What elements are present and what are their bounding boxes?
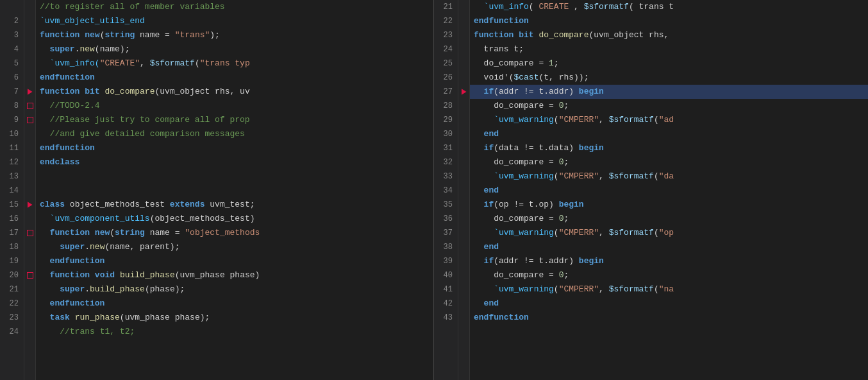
code-line: do_compare = 0; <box>470 268 868 282</box>
gutter-cell <box>458 0 469 14</box>
code-line: function bit do_compare(uvm_object rhs, … <box>36 85 433 99</box>
left-code-area: 2 3 4 5 6 7 8 9 10 11 12 13 14 15 16 17 … <box>0 0 433 380</box>
gutter-cell <box>24 0 35 14</box>
code-line <box>36 169 433 184</box>
gutter-cell <box>458 184 469 198</box>
code-line: do_compare = 0; <box>470 155 868 169</box>
gutter-cell <box>458 42 469 56</box>
code-line: //TODO-2.4 <box>36 99 433 113</box>
code-line: trans t; <box>470 42 868 56</box>
code-line: function new(string name = "object_metho… <box>36 226 433 240</box>
gutter-cell <box>458 254 469 268</box>
code-line: do_compare = 0; <box>470 212 868 226</box>
code-line: if(op != t.op) begin <box>470 198 868 212</box>
code-line: task run_phase(uvm_phase phase); <box>36 311 433 325</box>
gutter-cell <box>24 212 35 226</box>
gutter-cell <box>458 282 469 297</box>
gutter-cell-box <box>24 268 35 282</box>
gutter-cell <box>458 311 469 325</box>
code-line: endfunction <box>470 311 868 325</box>
code-line: super.new(name, parent); <box>36 240 433 254</box>
gutter-cell-box <box>24 99 35 113</box>
gutter-cell <box>24 254 35 268</box>
code-line: function void build_phase(uvm_phase phas… <box>36 268 433 282</box>
code-line: //trans t1, t2; <box>36 325 433 339</box>
code-line: function bit do_compare(uvm_object rhs, <box>470 28 868 42</box>
code-line: //to register all of member variables <box>36 0 433 14</box>
right-code-area: 21 22 23 24 25 26 27 28 29 30 31 32 33 3… <box>434 0 868 380</box>
code-line: `uvm_warning("CMPERR", $sformatf("op <box>470 226 868 240</box>
gutter-cell <box>458 141 469 155</box>
gutter-cell-box <box>24 226 35 240</box>
left-line-numbers: 2 3 4 5 6 7 8 9 10 11 12 13 14 15 16 17 … <box>0 0 24 380</box>
gutter-cell <box>24 240 35 254</box>
code-line: endfunction <box>36 254 433 268</box>
left-gutter <box>24 0 36 380</box>
gutter-cell <box>458 268 469 282</box>
code-line: function new(string name = "trans"); <box>36 28 433 42</box>
code-line: endfunction <box>36 297 433 311</box>
code-line: `uvm_warning("CMPERR", $sformatf("da <box>470 169 868 184</box>
code-line: `uvm_info("CREATE", $sformatf("trans typ <box>36 56 433 71</box>
gutter-cell <box>458 56 469 71</box>
gutter-cell <box>24 42 35 56</box>
code-line: //and give detailed comparison messages <box>36 127 433 141</box>
gutter-cell <box>24 127 35 141</box>
code-line: endfunction <box>36 141 433 155</box>
code-line: end <box>470 184 868 198</box>
code-line: endclass <box>36 155 433 169</box>
gutter-cell <box>458 71 469 85</box>
code-line <box>36 184 433 198</box>
code-line: do_compare = 1; <box>470 56 868 71</box>
gutter-cell-arrow <box>24 198 35 212</box>
left-code-lines[interactable]: //to register all of member variables `u… <box>36 0 433 380</box>
gutter-cell <box>24 28 35 42</box>
gutter-cell-arrow <box>458 85 469 99</box>
code-line: end <box>470 297 868 311</box>
code-line: super.new(name); <box>36 42 433 56</box>
gutter-cell-box <box>24 113 35 127</box>
right-line-numbers: 21 22 23 24 25 26 27 28 29 30 31 32 33 3… <box>434 0 458 380</box>
code-line: endfunction <box>470 14 868 28</box>
left-editor-pane: 2 3 4 5 6 7 8 9 10 11 12 13 14 15 16 17 … <box>0 0 434 380</box>
code-line: `uvm_info( CREATE , $sformatf( trans t <box>470 0 868 14</box>
gutter-cell <box>24 169 35 184</box>
gutter-cell <box>458 212 469 226</box>
code-line: end <box>470 127 868 141</box>
code-line: endfunction <box>36 71 433 85</box>
gutter-cell <box>458 240 469 254</box>
gutter-cell <box>24 141 35 155</box>
gutter-cell <box>458 99 469 113</box>
gutter-cell <box>458 198 469 212</box>
gutter-cell <box>24 14 35 28</box>
code-line: `uvm_component_utils(object_methods_test… <box>36 212 433 226</box>
gutter-cell <box>458 113 469 127</box>
code-line: `uvm_warning("CMPERR", $sformatf("na <box>470 282 868 297</box>
code-line: `uvm_warning("CMPERR", $sformatf("ad <box>470 113 868 127</box>
gutter-cell <box>458 155 469 169</box>
gutter-cell <box>24 282 35 297</box>
gutter-cell-arrow <box>24 85 35 99</box>
code-line: `uvm_object_utils_end <box>36 14 433 28</box>
gutter-cell <box>24 155 35 169</box>
gutter-cell <box>458 14 469 28</box>
code-line: class object_methods_test extends uvm_te… <box>36 198 433 212</box>
code-line: super.build_phase(phase); <box>36 282 433 297</box>
code-line: //Please just try to compare all of prop <box>36 113 433 127</box>
right-editor-pane: 21 22 23 24 25 26 27 28 29 30 31 32 33 3… <box>434 0 868 380</box>
gutter-cell <box>458 169 469 184</box>
gutter-cell <box>24 71 35 85</box>
gutter-cell <box>458 226 469 240</box>
gutter-cell <box>458 28 469 42</box>
gutter-cell <box>458 127 469 141</box>
code-line: if(addr != t.addr) begin <box>470 254 868 268</box>
code-line-highlighted: if(addr != t.addr) begin <box>470 85 868 99</box>
gutter-cell <box>24 297 35 311</box>
gutter-cell <box>24 311 35 325</box>
gutter-cell <box>24 325 35 339</box>
code-line: if(data != t.data) begin <box>470 141 868 155</box>
code-line: end <box>470 240 868 254</box>
code-line: void'($cast(t, rhs)); <box>470 71 868 85</box>
code-line: do_compare = 0; <box>470 99 868 113</box>
right-code-lines[interactable]: `uvm_info( CREATE , $sformatf( trans t e… <box>470 0 868 380</box>
